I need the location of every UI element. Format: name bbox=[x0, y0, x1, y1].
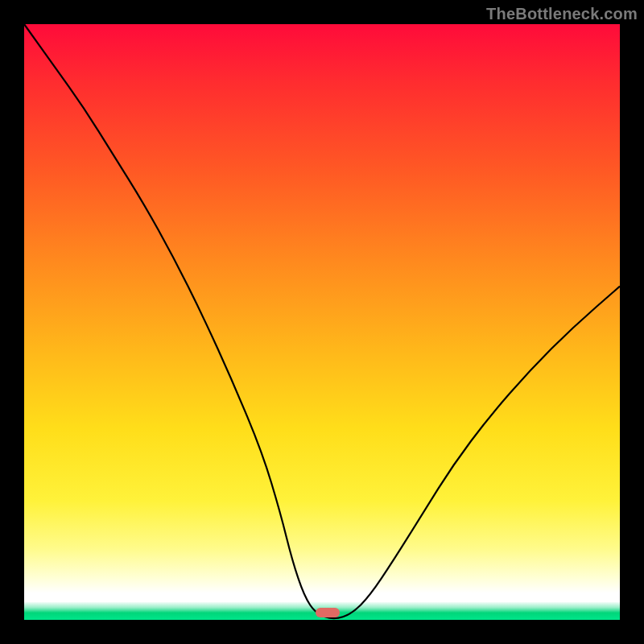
curve-layer bbox=[24, 24, 620, 620]
watermark-text: TheBottleneck.com bbox=[486, 5, 638, 23]
plot-area bbox=[24, 24, 620, 620]
bottleneck-curve bbox=[24, 24, 620, 618]
minimum-marker-pill bbox=[316, 608, 340, 617]
chart-frame: TheBottleneck.com bbox=[0, 0, 644, 644]
